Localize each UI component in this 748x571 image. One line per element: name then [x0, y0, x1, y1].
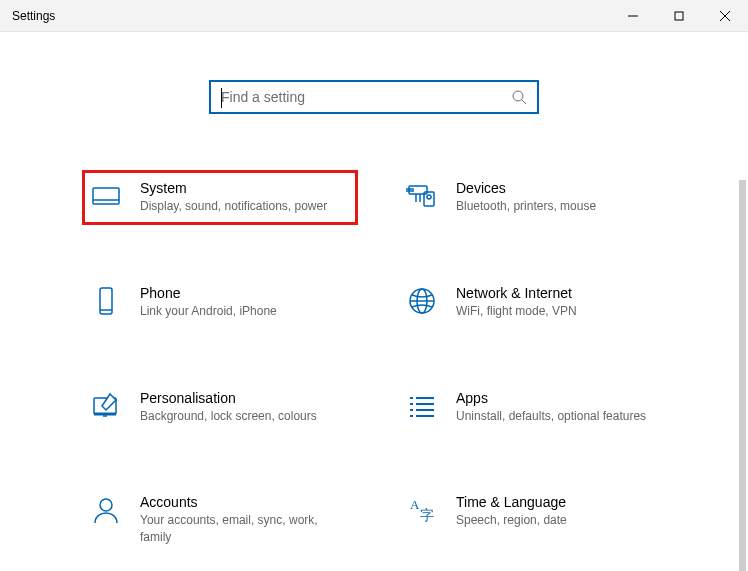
close-button[interactable] — [702, 0, 748, 32]
tile-desc: Your accounts, email, sync, work, family — [140, 512, 350, 546]
svg-point-12 — [427, 195, 431, 199]
tile-network[interactable]: Network & Internet WiFi, flight mode, VP… — [398, 275, 674, 330]
svg-rect-1 — [675, 12, 683, 20]
search-input[interactable] — [221, 89, 511, 105]
accounts-icon — [90, 494, 122, 526]
svg-text:A: A — [410, 497, 420, 512]
svg-rect-6 — [93, 188, 119, 204]
tile-text: Phone Link your Android, iPhone — [140, 285, 350, 320]
tile-apps[interactable]: Apps Uninstall, defaults, optional featu… — [398, 380, 674, 435]
tile-desc: WiFi, flight mode, VPN — [456, 303, 666, 320]
tile-accounts[interactable]: Accounts Your accounts, email, sync, wor… — [82, 484, 358, 556]
window-title: Settings — [12, 9, 55, 23]
tile-personalisation[interactable]: Personalisation Background, lock screen,… — [82, 380, 358, 435]
text-caret — [221, 88, 222, 108]
tile-system[interactable]: System Display, sound, notifications, po… — [82, 170, 358, 225]
vertical-scrollbar[interactable] — [739, 180, 746, 571]
tile-title: Network & Internet — [456, 285, 666, 301]
tile-desc: Uninstall, defaults, optional features — [456, 408, 666, 425]
tile-title: Phone — [140, 285, 350, 301]
tile-desc: Link your Android, iPhone — [140, 303, 350, 320]
tile-text: Network & Internet WiFi, flight mode, VP… — [456, 285, 666, 320]
search-container — [0, 80, 748, 114]
maximize-button[interactable] — [656, 0, 702, 32]
tile-title: Time & Language — [456, 494, 666, 510]
tile-desc: Speech, region, date — [456, 512, 666, 529]
tile-title: Personalisation — [140, 390, 350, 406]
system-icon — [90, 180, 122, 212]
titlebar: Settings — [0, 0, 748, 32]
tile-devices[interactable]: Devices Bluetooth, printers, mouse — [398, 170, 674, 225]
content-area: System Display, sound, notifications, po… — [0, 32, 748, 571]
personalisation-icon — [90, 390, 122, 422]
time-language-icon: A 字 — [406, 494, 438, 526]
tile-text: Accounts Your accounts, email, sync, wor… — [140, 494, 350, 546]
window-controls — [610, 0, 748, 32]
tile-title: Apps — [456, 390, 666, 406]
tile-text: Apps Uninstall, defaults, optional featu… — [456, 390, 666, 425]
devices-icon — [406, 180, 438, 212]
tile-desc: Display, sound, notifications, power — [140, 198, 350, 215]
minimize-button[interactable] — [610, 0, 656, 32]
tile-text: System Display, sound, notifications, po… — [140, 180, 350, 215]
phone-icon — [90, 285, 122, 317]
search-box[interactable] — [209, 80, 539, 114]
tile-text: Devices Bluetooth, printers, mouse — [456, 180, 666, 215]
tile-text: Time & Language Speech, region, date — [456, 494, 666, 529]
tile-phone[interactable]: Phone Link your Android, iPhone — [82, 275, 358, 330]
search-icon — [511, 89, 527, 105]
apps-icon — [406, 390, 438, 422]
svg-point-4 — [513, 91, 523, 101]
tile-text: Personalisation Background, lock screen,… — [140, 390, 350, 425]
tile-title: Accounts — [140, 494, 350, 510]
svg-point-31 — [100, 499, 112, 511]
tile-desc: Background, lock screen, colours — [140, 408, 350, 425]
settings-grid: System Display, sound, notifications, po… — [74, 170, 674, 556]
svg-text:字: 字 — [420, 508, 434, 523]
tile-desc: Bluetooth, printers, mouse — [456, 198, 666, 215]
tile-time-language[interactable]: A 字 Time & Language Speech, region, date — [398, 484, 674, 556]
tile-title: System — [140, 180, 350, 196]
svg-line-5 — [522, 100, 526, 104]
tile-title: Devices — [456, 180, 666, 196]
network-icon — [406, 285, 438, 317]
